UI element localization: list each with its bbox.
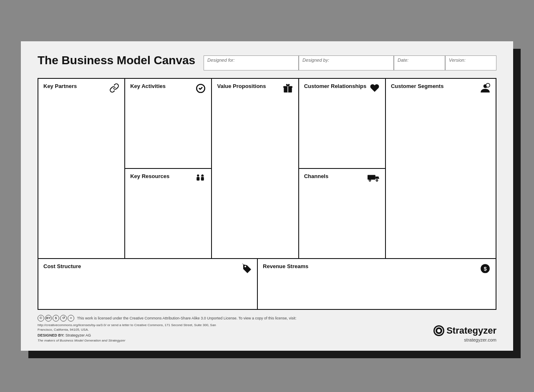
svg-rect-5 [201,176,204,176]
value-propositions-label: Value Propositions [217,83,293,89]
cost-structure-label: Cost Structure [43,263,252,269]
cc-sa-icon: ↺ [60,315,67,322]
key-activities-label: Key Activities [130,83,206,89]
footer-designed-by: DESIGNED BY: Strategyzer AG [38,333,297,337]
svg-point-1 [197,174,199,176]
person-icon [480,83,491,96]
svg-rect-9 [368,175,375,179]
link-icon [109,83,119,95]
key-partners-cell[interactable]: Key Partners [38,79,125,258]
key-activities-cell[interactable]: Key Activities [125,79,211,169]
canvas-main-row: Key Partners Key Activities [38,79,496,259]
designed-for-field[interactable]: Designed for: [204,55,299,70]
heart-icon [369,83,380,95]
creative-commons-icons: © BY $ ↺ = This work is licensed under t… [38,315,297,322]
svg-point-23 [437,329,441,332]
footer-tagline: The makers of Business Model Generation … [38,339,297,342]
customer-rel-channels-column: Customer Relationships Channels [299,79,386,258]
designed-by-value: Strategyzer AG [65,333,91,337]
designed-by-label: Designed by: [302,58,329,63]
value-propositions-cell[interactable]: Value Propositions [212,79,299,258]
designed-for-label: Designed for: [207,58,234,63]
page-footer: © BY $ ↺ = This work is licensed under t… [38,315,496,342]
customer-segments-cell[interactable]: Customer Segments [386,79,496,258]
page-title: The Business Model Canvas [38,54,195,67]
page-wrapper: The Business Model Canvas Designed for: … [21,41,513,351]
header-fields: Designed for: Designed by: Date: Version… [204,55,496,70]
date-label: Date: [398,58,408,63]
truck-icon [368,173,380,185]
cc-by-icon: BY [45,315,52,322]
version-field[interactable]: Version: [445,55,496,70]
svg-text:$: $ [484,266,487,272]
strategyzer-name: Strategyzer [446,325,496,336]
revenue-streams-label: Revenue Streams [263,263,491,269]
license-url: http://creativecommons.org/licenses/by-s… [38,323,225,332]
key-resources-cell[interactable]: Key Resources [125,169,211,258]
cc-icon: © [38,315,44,322]
strategyzer-icon [433,325,445,337]
key-activities-resources-column: Key Activities Key Resources [125,79,212,258]
customer-relationships-cell[interactable]: Customer Relationships [299,79,385,169]
page-header: The Business Model Canvas Designed for: … [38,54,496,70]
customer-segments-label: Customer Segments [391,83,491,89]
customer-relationships-label: Customer Relationships [304,83,380,89]
channels-cell[interactable]: Channels [299,169,385,258]
check-icon [195,83,206,96]
designed-by-field[interactable]: Designed by: [299,55,394,70]
footer-left: © BY $ ↺ = This work is licensed under t… [38,315,297,342]
svg-line-18 [242,264,244,265]
tag-icon [242,263,252,276]
revenue-streams-cell[interactable]: Revenue Streams $ [258,259,496,309]
svg-point-17 [244,266,246,267]
gift-icon [282,83,293,96]
key-partners-label: Key Partners [43,83,119,89]
business-model-canvas: Key Partners Key Activities [38,78,496,310]
svg-rect-2 [197,177,200,181]
cc-nc-icon: $ [53,315,59,322]
svg-point-11 [369,180,370,181]
cost-structure-cell[interactable]: Cost Structure [38,259,258,309]
canvas-page: The Business Model Canvas Designed for: … [21,41,513,351]
canvas-bottom-row: Cost Structure Revenue Streams [38,259,496,309]
coin-icon: $ [480,263,491,276]
date-field[interactable]: Date: [394,55,445,70]
version-label: Version: [449,58,466,63]
designed-by-label: DESIGNED BY: [38,333,64,337]
footer-right: Strategyzer strategyzer.com [433,325,496,342]
svg-rect-4 [201,177,204,181]
license-text: This work is licensed under the Creative… [77,316,297,320]
strategyzer-url: strategyzer.com [433,337,496,342]
svg-point-16 [486,83,490,87]
workers-icon [194,173,206,185]
svg-point-13 [376,180,377,181]
strategyzer-logo: Strategyzer [433,325,496,337]
cc-nd-icon: = [68,315,74,322]
